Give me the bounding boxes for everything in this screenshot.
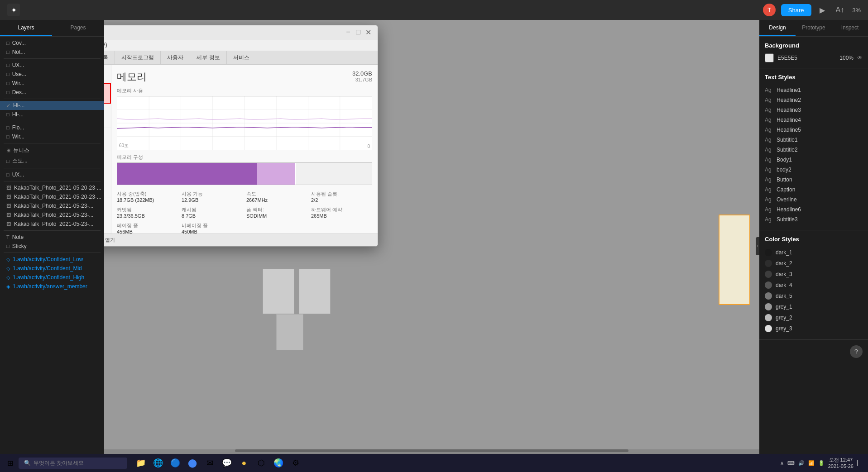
taskbar-app-chat1[interactable]: 💬	[219, 455, 235, 471]
list-item[interactable]: □ Hi-...	[0, 110, 104, 119]
text-style-item[interactable]: Ag Button	[765, 175, 863, 185]
color-style-item[interactable]: grey_2	[765, 312, 863, 323]
tray-speaker[interactable]: 🔊	[798, 460, 805, 466]
left-panel-tabs: Layers Pages	[0, 20, 104, 37]
text-style-item[interactable]: Ag Subtitle1	[765, 135, 863, 145]
show-desktop[interactable]: ▏	[857, 460, 861, 466]
background-hex-value: E5E5E5	[777, 55, 836, 61]
list-item[interactable]: □ Sticky	[0, 242, 104, 251]
text-style-item[interactable]: Ag Subtitle2	[765, 145, 863, 155]
list-item[interactable]: □ Not...	[0, 48, 104, 57]
layer-item-label: Use...	[12, 71, 26, 77]
share-button[interactable]: Share	[781, 4, 811, 16]
color-style-item[interactable]: dark_2	[765, 258, 863, 269]
text-style-item[interactable]: Ag Headline4	[765, 115, 863, 125]
tab-startup[interactable]: 시작프로그램	[115, 51, 161, 64]
list-item[interactable]: ◇ 1.awh/activity/Confident_Low	[0, 255, 104, 264]
tab-design[interactable]: Design	[759, 20, 796, 36]
taskbar-app-mail[interactable]: ✉	[201, 455, 218, 471]
left-panel: Layers Pages □ Cov... □ Not... □ UX... □…	[0, 20, 104, 454]
tab-pages[interactable]: Pages	[52, 20, 104, 36]
list-item[interactable]: T Note	[0, 233, 104, 242]
list-item[interactable]: ✓ Hi-...	[0, 101, 104, 110]
tray-battery[interactable]: 🔋	[818, 460, 825, 466]
list-item[interactable]: □ Wir...	[0, 132, 104, 141]
list-item[interactable]: ◇ 1.awh/activity/Confident_High	[0, 273, 104, 282]
topbar: ✦ T Share ▶ A↑ 3%	[0, 0, 868, 20]
tab-inspect[interactable]: Inspect	[832, 20, 868, 36]
close-button[interactable]: ✕	[364, 28, 372, 36]
color-style-item[interactable]: dark_3	[765, 269, 863, 280]
list-item[interactable]: 🖼 KakaoTalk_Photo_2021-05-20-23-...	[0, 183, 104, 192]
taskbar-app-browser2[interactable]: 🔵	[167, 455, 183, 471]
windows-search-bar[interactable]: 🔍 무엇이든 찾아보세요	[19, 458, 127, 469]
taskbar-app-other2[interactable]: 🌏	[270, 455, 287, 471]
taskbar-app-chrome[interactable]: ⬤	[184, 455, 201, 471]
user-avatar[interactable]: T	[763, 4, 776, 16]
windows-start-button[interactable]: ⊞	[4, 457, 17, 469]
text-style-item[interactable]: Ag Overline	[765, 195, 863, 205]
style-name: Subtitle2	[777, 147, 798, 153]
maximize-button[interactable]: □	[354, 28, 362, 36]
tab-prototype[interactable]: Prototype	[796, 20, 832, 36]
tray-keyboard[interactable]: ⌨	[787, 460, 795, 466]
list-item[interactable]: 🖼 KakaoTalk_Photo_2021-05-23-...	[0, 219, 104, 229]
color-style-item[interactable]: grey_3	[765, 323, 863, 334]
list-item[interactable]: □ Flo...	[0, 123, 104, 132]
list-item[interactable]: □ UX...	[0, 170, 104, 179]
stat-value-text: 450MB	[182, 229, 243, 234]
text-style-item[interactable]: Ag body2	[765, 165, 863, 175]
minimize-button[interactable]: −	[344, 28, 352, 36]
taskbar-app-chat2[interactable]: ●	[236, 455, 252, 471]
text-style-item[interactable]: Ag Headline2	[765, 95, 863, 105]
list-item[interactable]: □ 스토...	[0, 156, 104, 166]
list-item[interactable]: 🖼 KakaoTalk_Photo_2021-05-23-...	[0, 210, 104, 219]
horizontal-scrollbar[interactable]	[235, 449, 628, 452]
list-item[interactable]: □ Cov...	[0, 38, 104, 48]
taskbar-app-other1[interactable]: ⬡	[253, 455, 269, 471]
tray-network[interactable]: 📶	[808, 460, 815, 466]
taskbar-app-files[interactable]: 📁	[133, 455, 149, 471]
list-item[interactable]: ◈ 1.awh/activity/answer_member	[0, 282, 104, 291]
list-item[interactable]: 🖼 KakaoTalk_Photo_2021-05-23-...	[0, 201, 104, 210]
help-button[interactable]: ?	[850, 345, 863, 358]
color-style-item[interactable]: dark_4	[765, 280, 863, 291]
layer-item-label: 1.awh/activity/Confident_High	[13, 274, 84, 281]
layer-type-icon: □	[6, 134, 10, 139]
tab-users[interactable]: 사용자	[161, 51, 190, 64]
background-color-swatch[interactable]	[765, 53, 774, 62]
layer-type-icon: □	[6, 158, 10, 164]
list-item[interactable]: □ Des...	[0, 88, 104, 97]
text-style-item[interactable]: Ag Headline6	[765, 205, 863, 215]
tray-expand[interactable]: ∧	[780, 460, 784, 466]
text-style-item[interactable]: Ag Headline3	[765, 105, 863, 115]
taskbar-app-other3[interactable]: ⚙	[288, 455, 304, 471]
tab-details[interactable]: 세부 정보	[190, 51, 226, 64]
taskbar-app-browser1[interactable]: 🌐	[150, 455, 166, 471]
text-style-item[interactable]: Ag Caption	[765, 185, 863, 195]
text-style-item[interactable]: Ag Headline5	[765, 125, 863, 135]
text-style-item[interactable]: Ag Subtitle3	[765, 215, 863, 224]
color-style-item[interactable]: dark_5	[765, 291, 863, 301]
list-item[interactable]: ⊞ 뉴니스	[0, 145, 104, 156]
text-style-item[interactable]: Ag Headline1	[765, 85, 863, 95]
stat-label-text: 폼 팩터:	[246, 206, 307, 213]
panel-collapse-handle[interactable]: ›	[756, 237, 759, 255]
zoom-level: 3%	[852, 7, 861, 14]
text-style-item[interactable]: Ag Body1	[765, 155, 863, 165]
color-style-item[interactable]: grey_1	[765, 301, 863, 312]
list-item[interactable]: 🖼 KakaoTalk_Photo_2021-05-20-23-...	[0, 192, 104, 201]
layer-divider	[4, 181, 101, 181]
app-logo[interactable]: ✦	[7, 4, 20, 16]
tab-layers[interactable]: Layers	[0, 20, 52, 36]
list-item[interactable]: ◇ 1.awh/activity/Confident_Mid	[0, 264, 104, 273]
tab-services[interactable]: 서비스	[227, 51, 256, 64]
color-style-item[interactable]: dark_1	[765, 247, 863, 258]
list-item[interactable]: □ Use...	[0, 70, 104, 79]
font-icon-button[interactable]: A↑	[833, 4, 847, 16]
layer-item-label: Sticky	[12, 243, 27, 249]
list-item[interactable]: □ Wir...	[0, 79, 104, 88]
play-button[interactable]: ▶	[817, 4, 828, 16]
list-item[interactable]: □ UX...	[0, 61, 104, 70]
visibility-toggle-icon[interactable]: 👁	[857, 55, 863, 61]
